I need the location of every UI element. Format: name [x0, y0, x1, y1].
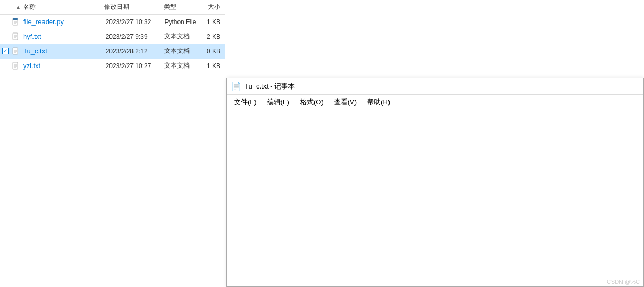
svg-rect-13	[13, 62, 18, 69]
notepad-menubar: 文件(F) 编辑(E) 格式(O) 查看(V) 帮助(H)	[227, 95, 643, 109]
list-item[interactable]: ✓ Tu_c.txt 2023/2/28 2:12 文本文档 0 KB	[0, 44, 225, 59]
svg-rect-9	[13, 48, 18, 54]
check-col: ✓	[0, 48, 10, 54]
file-date: 2023/2/27 10:32	[102, 18, 161, 26]
file-date: 2023/2/28 2:12	[102, 48, 161, 55]
file-date: 2023/2/27 9:39	[102, 33, 161, 40]
list-item[interactable]: yzl.txt 2023/2/27 10:27 文本文档 1 KB	[0, 59, 225, 73]
svg-rect-1	[13, 18, 18, 20]
file-name: hyf.txt	[23, 32, 102, 40]
file-size: 1 KB	[200, 62, 225, 70]
sort-arrow-icon: ▲	[16, 4, 21, 10]
col-size-label: 大小	[208, 3, 220, 10]
explorer-panel: ▲ 名称 修改日期 类型 大小 file_	[0, 0, 225, 287]
col-size-header[interactable]: 大小	[199, 3, 225, 12]
checkbox-checked-icon: ✓	[2, 48, 9, 54]
menu-edit[interactable]: 编辑(E)	[262, 95, 295, 109]
col-type-header[interactable]: 类型	[160, 3, 199, 12]
svg-rect-5	[13, 33, 18, 40]
menu-format[interactable]: 格式(O)	[295, 95, 329, 109]
file-list: file_reader.py 2023/2/27 10:32 Python Fi…	[0, 15, 225, 73]
watermark-text: CSDN @%C	[607, 279, 640, 285]
file-icon	[10, 32, 21, 41]
menu-help[interactable]: 帮助(H)	[362, 95, 395, 109]
file-type: Python File	[160, 18, 199, 26]
file-icon	[10, 47, 21, 56]
file-name: file_reader.py	[23, 18, 102, 26]
file-name: Tu_c.txt	[23, 47, 102, 55]
file-name: yzl.txt	[23, 62, 102, 70]
notepad-content-area[interactable]	[227, 109, 643, 286]
notepad-window: 📄 Tu_c.txt - 记事本 文件(F) 编辑(E) 格式(O) 查看(V)…	[226, 78, 644, 287]
notepad-titlebar: 📄 Tu_c.txt - 记事本	[227, 78, 643, 95]
file-icon	[10, 18, 21, 26]
file-size: 2 KB	[200, 33, 225, 40]
list-item[interactable]: file_reader.py 2023/2/27 10:32 Python Fi…	[0, 15, 225, 29]
watermark: CSDN @%C	[607, 279, 640, 285]
file-size: 0 KB	[200, 48, 225, 55]
file-type: 文本文档	[160, 47, 199, 56]
file-type: 文本文档	[160, 61, 199, 70]
file-icon	[10, 62, 21, 70]
menu-file[interactable]: 文件(F)	[229, 95, 262, 109]
col-date-header[interactable]: 修改日期	[100, 3, 160, 12]
file-date: 2023/2/27 10:27	[102, 62, 161, 70]
file-type: 文本文档	[160, 32, 199, 41]
list-item[interactable]: hyf.txt 2023/2/27 9:39 文本文档 2 KB	[0, 29, 225, 44]
col-name-header[interactable]: ▲ 名称	[0, 3, 100, 12]
notepad-title: Tu_c.txt - 记事本	[245, 82, 639, 91]
col-date-label: 修改日期	[104, 3, 129, 10]
notepad-icon: 📄	[231, 81, 241, 91]
menu-view[interactable]: 查看(V)	[329, 95, 362, 109]
col-type-label: 类型	[164, 3, 176, 10]
column-headers: ▲ 名称 修改日期 类型 大小	[0, 0, 225, 15]
col-name-label: 名称	[23, 3, 36, 12]
file-size: 1 KB	[200, 18, 225, 26]
